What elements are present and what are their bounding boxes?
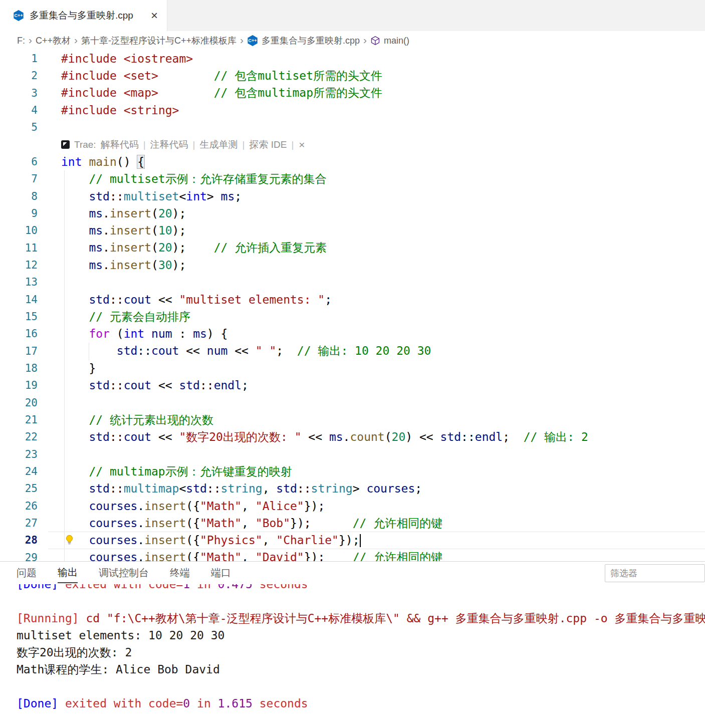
code-line[interactable]: 6int main() { [0, 153, 705, 170]
code-text[interactable]: std::multiset<int> ms; [38, 190, 242, 203]
breadcrumb-item-folder-2[interactable]: 第十章-泛型程序设计与C++标准模板库 [81, 35, 237, 47]
trae-hint-close-icon[interactable]: × [299, 139, 305, 151]
code-line[interactable]: 12 ms.insert(30); [0, 257, 705, 274]
trae-inline-hint: Trae:解释代码|注释代码|生成单测|探索 IDE|× [0, 136, 705, 153]
code-text[interactable]: courses.insert({"Math", "David"}); // 允许… [38, 550, 442, 561]
code-line[interactable]: 9 ms.insert(20); [0, 205, 705, 222]
code-line[interactable]: 13 [0, 274, 705, 291]
code-text[interactable]: int main() { [38, 155, 144, 168]
trae-action[interactable]: 生成单测 [200, 138, 238, 151]
line-number: 15 [0, 311, 38, 323]
code-line[interactable]: 26 courses.insert({"Math", "Alice"}); [0, 498, 705, 515]
code-line[interactable]: 24 // multimap示例：允许键重复的映射 [0, 463, 705, 480]
panel-tab-terminal[interactable]: 终端 [170, 564, 190, 583]
code-editor[interactable]: 1#include <iostream>2#include <set> // 包… [0, 50, 705, 561]
code-line[interactable]: 18 } [0, 360, 705, 377]
trae-action[interactable]: 注释代码 [150, 138, 188, 151]
code-line[interactable]: 19 std::cout << std::endl; [0, 377, 705, 394]
code-line[interactable]: 23 [0, 446, 705, 463]
line-number: 6 [0, 156, 38, 168]
trae-brand-label: Trae: [74, 139, 96, 150]
filter-input[interactable] [605, 564, 705, 582]
line-number: 11 [0, 242, 38, 254]
code-text[interactable]: // multimap示例：允许键重复的映射 [38, 464, 292, 479]
code-line[interactable]: 7 // multiset示例：允许存储重复元素的集合 [0, 170, 705, 187]
code-text[interactable]: // multiset示例：允许存储重复元素的集合 [38, 171, 327, 187]
line-number: 22 [0, 431, 38, 443]
breadcrumb-separator: › [74, 34, 78, 46]
code-line[interactable]: 4#include <string> [0, 102, 705, 119]
code-text[interactable]: #include <string> [38, 104, 179, 117]
panel-tab-problems[interactable]: 问题 [17, 564, 37, 583]
code-text[interactable]: std::multimap<std::string, std::string> … [38, 482, 422, 495]
tab-close-icon[interactable]: × [151, 10, 158, 22]
cpp-file-icon: C++ [247, 35, 258, 46]
breadcrumb-label: C++教材 [36, 35, 71, 47]
code-line[interactable]: 11 ms.insert(20); // 允许插入重复元素 [0, 239, 705, 257]
code-text[interactable]: // 元素会自动排序 [38, 309, 190, 325]
code-text[interactable]: for (int num : ms) { [38, 327, 227, 340]
code-text[interactable]: #include <iostream> [38, 52, 193, 65]
breadcrumb-label: F: [17, 36, 25, 46]
code-text[interactable]: } [38, 362, 96, 375]
tab-file[interactable]: C++ 多重集合与多重映射.cpp × [0, 0, 167, 31]
code-text[interactable]: ms.insert(20); // 允许插入重复元素 [38, 240, 327, 256]
code-line[interactable]: 15 // 元素会自动排序 [0, 308, 705, 325]
code-line[interactable]: 2#include <set> // 包含multiset所需的头文件 [0, 67, 705, 84]
code-line[interactable]: 17 std::cout << num << " "; // 输出: 10 20… [0, 343, 705, 360]
line-number: 2 [0, 70, 38, 82]
code-line[interactable]: 8 std::multiset<int> ms; [0, 188, 705, 205]
code-text[interactable]: #include <map> // 包含multimap所需的头文件 [38, 85, 382, 101]
code-text[interactable]: courses.insert({"Math", "Bob"}); // 允许相同… [38, 516, 442, 531]
code-text[interactable]: std::cout << "数字20出现的次数: " << ms.count(2… [38, 429, 588, 445]
code-line[interactable]: 22 std::cout << "数字20出现的次数: " << ms.coun… [0, 428, 705, 445]
code-text[interactable]: std::cout << num << " "; // 输出: 10 20 20… [38, 343, 431, 359]
breadcrumb-item-symbol-main[interactable]: main() [370, 36, 409, 46]
code-text[interactable]: ms.insert(10); [38, 224, 186, 237]
code-text[interactable]: // 统计元素出现的次数 [38, 412, 213, 428]
lightbulb-icon[interactable] [64, 534, 75, 546]
output-line: Math课程的学生: Alice Bob David [0, 661, 705, 678]
code-line[interactable]: 21 // 统计元素出现的次数 [0, 411, 705, 428]
trae-separator: | [243, 139, 245, 150]
panel-tab-output[interactable]: 输出 [58, 563, 78, 583]
line-number: 28 [0, 534, 38, 546]
code-line[interactable]: 28 courses.insert({"Physics", "Charlie"}… [0, 532, 705, 549]
line-number: 18 [0, 362, 38, 374]
code-line[interactable]: 20 [0, 394, 705, 411]
panel-tab-debug-console[interactable]: 调试控制台 [99, 564, 149, 583]
output-line: [Done] exited with code=0 in 1.615 secon… [0, 695, 705, 712]
trae-logo-icon [61, 140, 70, 149]
cpp-file-icon: C++ [13, 10, 24, 21]
code-line[interactable]: 10 ms.insert(10); [0, 222, 705, 239]
code-line[interactable]: 16 for (int num : ms) { [0, 325, 705, 342]
code-text[interactable]: courses.insert({"Math", "Alice"}); [38, 500, 325, 513]
code-line[interactable]: 5 [0, 119, 705, 136]
line-number: 9 [0, 207, 38, 219]
code-text[interactable]: ms.insert(20); [38, 207, 186, 220]
code-line[interactable]: 1#include <iostream> [0, 50, 705, 67]
text-cursor [360, 534, 361, 547]
line-number: 7 [0, 173, 38, 185]
trae-action[interactable]: 探索 IDE [249, 138, 287, 151]
code-line[interactable]: 27 courses.insert({"Math", "Bob"}); // 允… [0, 515, 705, 532]
output-line [0, 593, 705, 610]
code-text[interactable]: courses.insert({"Physics", "Charlie"}); [38, 534, 361, 548]
code-text[interactable]: ms.insert(30); [38, 259, 186, 272]
trae-separator: | [143, 139, 146, 150]
code-text[interactable]: std::cout << "multiset elements: "; [38, 293, 332, 306]
panel-tab-ports[interactable]: 端口 [211, 564, 231, 583]
breadcrumb-item-file[interactable]: C++多重集合与多重映射.cpp [247, 35, 360, 47]
breadcrumb-label: 多重集合与多重映射.cpp [262, 35, 360, 47]
code-line[interactable]: 14 std::cout << "multiset elements: "; [0, 291, 705, 308]
output-line: [Running] cd "f:\C++教材\第十章-泛型程序设计与C++标准模… [0, 610, 705, 627]
code-text[interactable]: #include <set> // 包含multiset所需的头文件 [38, 68, 382, 84]
breadcrumb-item-folder-1[interactable]: C++教材 [36, 35, 71, 47]
code-line[interactable]: 3#include <map> // 包含multimap所需的头文件 [0, 85, 705, 102]
code-line[interactable]: 25 std::multimap<std::string, std::strin… [0, 480, 705, 497]
code-text[interactable]: std::cout << std::endl; [38, 379, 249, 392]
trae-action[interactable]: 解释代码 [101, 138, 139, 151]
breadcrumb-item-drive[interactable]: F: [17, 36, 25, 46]
code-line[interactable]: 29 courses.insert({"Math", "David"}); //… [0, 549, 705, 561]
output-console: [Done] exited with code=1 in 0.475 secon… [0, 562, 705, 728]
